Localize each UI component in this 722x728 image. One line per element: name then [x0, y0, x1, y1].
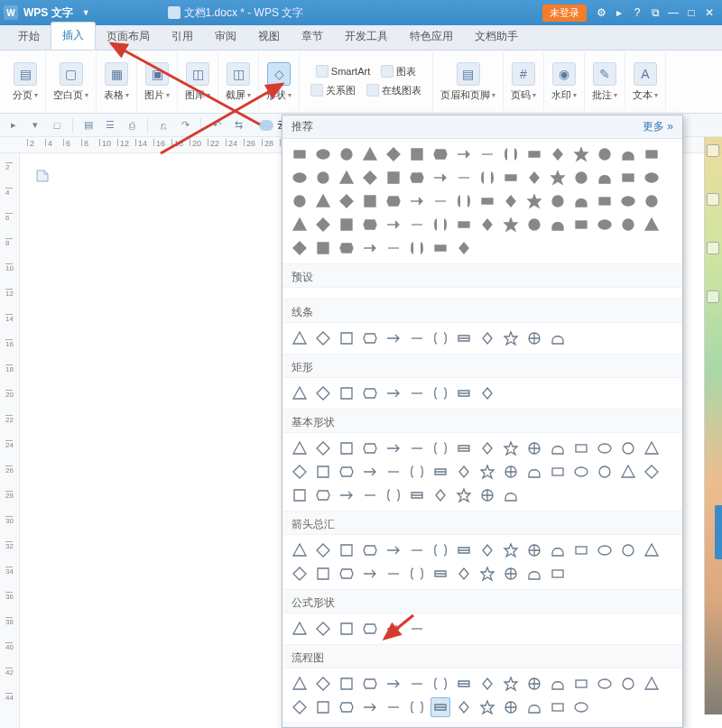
shape-item[interactable]	[501, 674, 521, 694]
shape-item[interactable]	[477, 144, 497, 164]
shape-item[interactable]	[407, 485, 427, 505]
shape-item[interactable]	[384, 485, 403, 505]
shape-item[interactable]	[430, 485, 450, 505]
shape-item[interactable]	[290, 191, 310, 211]
shape-item[interactable]	[477, 462, 497, 482]
tab-2[interactable]: 页面布局	[96, 23, 161, 50]
shape-item[interactable]	[430, 462, 450, 482]
shape-item[interactable]	[313, 697, 333, 717]
shape-item[interactable]	[571, 215, 591, 235]
shape-item[interactable]	[384, 238, 403, 258]
shape-item[interactable]	[501, 485, 521, 505]
ribbon-group-分页[interactable]: ▤分页▾	[5, 52, 46, 111]
ribbon-group-截屏[interactable]: ◫截屏▾	[218, 52, 259, 111]
shape-item[interactable]	[454, 564, 474, 584]
shape-item[interactable]	[524, 191, 544, 211]
shape-item[interactable]	[384, 697, 403, 717]
shape-item[interactable]	[595, 462, 615, 482]
shape-item[interactable]	[548, 168, 568, 188]
shape-item[interactable]	[290, 144, 310, 164]
tab-4[interactable]: 审阅	[204, 23, 247, 50]
shape-item[interactable]	[430, 438, 450, 458]
shape-item[interactable]	[454, 485, 474, 505]
shape-item[interactable]	[313, 485, 333, 505]
shape-item[interactable]	[384, 564, 403, 584]
shape-item[interactable]	[454, 438, 474, 458]
ribbon-group-页眉和页脚[interactable]: ▤页眉和页脚▾	[433, 52, 504, 111]
shape-item[interactable]	[360, 540, 380, 560]
shape-item[interactable]	[642, 168, 662, 188]
shape-item[interactable]	[290, 462, 310, 482]
shape-item[interactable]	[642, 540, 662, 560]
maximize-button[interactable]: □	[682, 4, 700, 22]
shape-item[interactable]	[524, 438, 544, 458]
shape-item[interactable]	[524, 144, 544, 164]
shape-item[interactable]	[548, 191, 568, 211]
shape-item[interactable]	[618, 191, 638, 211]
qat-button-3[interactable]: ▤	[80, 117, 97, 134]
shape-item[interactable]	[477, 674, 497, 694]
shape-item[interactable]	[384, 540, 403, 560]
shape-item[interactable]	[501, 168, 521, 188]
shape-item[interactable]	[290, 564, 310, 584]
ribbon-group-批注[interactable]: ✎批注▾	[585, 52, 625, 111]
shape-item[interactable]	[571, 144, 591, 164]
tab-8[interactable]: 特色应用	[399, 23, 464, 50]
shape-item[interactable]	[290, 697, 310, 717]
shape-item[interactable]	[313, 564, 333, 584]
shape-item[interactable]	[407, 383, 427, 403]
shape-item[interactable]	[384, 674, 403, 694]
shape-item[interactable]	[454, 191, 474, 211]
shape-item[interactable]	[548, 674, 568, 694]
shape-item[interactable]	[313, 328, 333, 348]
shape-item[interactable]	[430, 191, 450, 211]
shape-item[interactable]	[501, 215, 521, 235]
tab-7[interactable]: 开发工具	[334, 23, 399, 50]
shape-item[interactable]	[313, 383, 333, 403]
ribbon-group-文本[interactable]: A文本▾	[625, 52, 666, 111]
side-icon[interactable]	[707, 290, 719, 303]
shape-item[interactable]	[337, 215, 356, 235]
shape-item[interactable]	[571, 191, 591, 211]
shape-item[interactable]	[477, 564, 497, 584]
shape-item[interactable]	[430, 215, 450, 235]
shape-item[interactable]	[290, 383, 310, 403]
shape-item[interactable]	[477, 191, 497, 211]
shape-item[interactable]	[430, 697, 450, 717]
shape-item[interactable]	[642, 462, 662, 482]
ribbon-group-页码[interactable]: #页码▾	[504, 52, 544, 111]
shape-item[interactable]	[548, 144, 568, 164]
shape-item[interactable]	[337, 674, 356, 694]
shape-item[interactable]	[430, 144, 450, 164]
shape-item[interactable]	[360, 462, 380, 482]
shape-item[interactable]	[571, 438, 591, 458]
shape-item[interactable]	[313, 462, 333, 482]
shape-item[interactable]	[642, 438, 662, 458]
qat-button-1[interactable]: ▾	[27, 117, 43, 134]
shape-item[interactable]	[360, 383, 380, 403]
shape-item[interactable]	[337, 438, 356, 458]
shape-item[interactable]	[313, 191, 333, 211]
tab-1[interactable]: 插入	[51, 22, 96, 50]
help-icon[interactable]: ?	[628, 4, 646, 22]
shape-item[interactable]	[454, 328, 474, 348]
shape-item[interactable]	[618, 144, 638, 164]
shape-item[interactable]	[454, 168, 474, 188]
shape-item[interactable]	[618, 540, 638, 560]
shape-item[interactable]	[360, 564, 380, 584]
shape-item[interactable]	[290, 215, 310, 235]
shape-item[interactable]	[477, 215, 497, 235]
ribbon-group-表格[interactable]: ▦表格▾	[97, 52, 137, 111]
shape-item[interactable]	[477, 485, 497, 505]
ribbon-group-水印[interactable]: ◉水印▾	[544, 52, 585, 111]
shape-item[interactable]	[548, 215, 568, 235]
ribbon-mini-在线图表[interactable]: 在线图表	[363, 82, 425, 99]
shape-item[interactable]	[360, 328, 380, 348]
ribbon-mini-关系图[interactable]: 关系图	[307, 82, 359, 99]
shape-item[interactable]	[337, 619, 356, 639]
shape-item[interactable]	[384, 191, 403, 211]
shape-item[interactable]	[313, 438, 333, 458]
shape-item[interactable]	[642, 191, 662, 211]
shape-item[interactable]	[477, 697, 497, 717]
tab-9[interactable]: 文档助手	[464, 23, 529, 50]
